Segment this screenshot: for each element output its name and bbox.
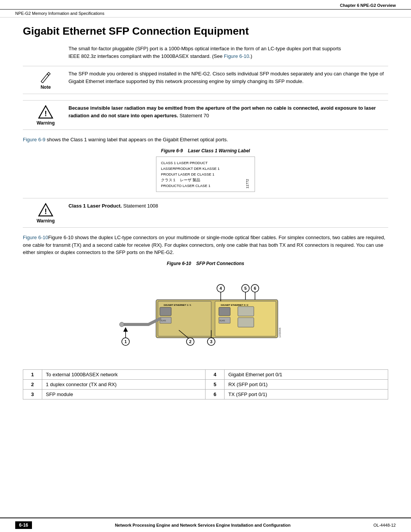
laser-label-figure: CLASS 1 LASER PRODUCT LASSERPRODUKT DER … (156, 157, 255, 192)
note-label: Note (41, 85, 51, 90)
table-cell-desc-3: SFP module (42, 389, 206, 399)
note-content: The SFP module you ordered is shipped in… (68, 70, 388, 85)
svg-text:1: 1 (124, 339, 127, 344)
figure-10-label: Figure 6-10 SFP Port Connections (23, 261, 388, 266)
svg-text:!: ! (45, 207, 47, 216)
page-header: Chapter 6 NPE-G2 Overview (0, 0, 411, 10)
svg-rect-8 (160, 307, 171, 316)
figure-6-10-link[interactable]: Figure 6-10 (224, 53, 249, 59)
sub-header: NPE-G2 Memory Information and Specificat… (0, 10, 411, 18)
warning-label-2: Warning (37, 218, 55, 224)
svg-text:RJ45: RJ45 (220, 320, 225, 322)
warning-triangle-icon-2: ! (38, 203, 53, 217)
svg-text:5: 5 (244, 286, 247, 291)
warning-triangle-icon-1: ! (38, 105, 53, 119)
table-cell-num-4: 4 (206, 369, 225, 379)
svg-text:6: 6 (254, 286, 256, 291)
svg-rect-17 (238, 318, 254, 327)
svg-rect-13 (219, 307, 230, 316)
table-cell-num-2: 2 (23, 379, 42, 389)
figure-6-9-link[interactable]: Figure 6-9 (23, 137, 45, 142)
svg-line-0 (41, 81, 43, 83)
table-cell-num-3: 3 (23, 389, 42, 399)
laser-figure-number: 11772 (245, 179, 250, 189)
footer-center-text: Network Processing Engine and Network Se… (115, 523, 290, 527)
page-title: Gigabit Ethernet SFP Connection Equipmen… (23, 25, 388, 37)
table-cell-desc-6: TX (SFP port 0/1) (225, 389, 388, 399)
warning-icon-area-1: ! Warning (23, 104, 68, 126)
table-cell-desc-1: To external 1000BASEX network (42, 369, 206, 379)
table-cell-num-5: 5 (206, 379, 225, 389)
svg-text:3: 3 (210, 339, 212, 344)
table-row: 3 SFP module 6 TX (SFP port 0/1) (23, 389, 388, 399)
note-icon-area: Note (23, 70, 68, 90)
svg-text:GIGABIT ETHERNET 0 / 2: GIGABIT ETHERNET 0 / 2 (221, 304, 249, 306)
table-row: 1 To external 1000BASEX network 4 Gigabi… (23, 369, 388, 379)
table-cell-desc-4: Gigabit Ethernet port 0/1 (225, 369, 388, 379)
warning-content-2: Class 1 Laser Product. Statement 1008 (68, 202, 388, 210)
note-block: Note The SFP module you ordered is shipp… (23, 66, 388, 94)
footer-page-number: 6-16 (15, 521, 32, 529)
connections-table: 1 To external 1000BASEX network 4 Gigabi… (23, 369, 388, 399)
table-cell-num-6: 6 (206, 389, 225, 399)
pencil-icon (40, 71, 52, 83)
table-row: 2 1 duplex connector (TX and RX) 5 RX (S… (23, 379, 388, 389)
figure-10-area: Figure 6-10 SFP Port Connections GIGABIT… (23, 261, 388, 362)
intro-text-1: The small for-factor pluggable (SFP) por… (68, 45, 388, 60)
svg-text:GIGABIT ETHERNET 1 / 1: GIGABIT ETHERNET 1 / 1 (164, 304, 191, 306)
svg-point-18 (119, 322, 124, 327)
svg-text:2: 2 (189, 339, 191, 344)
breadcrumb: NPE-G2 Memory Information and Specificat… (15, 11, 104, 16)
figure-9-label: Figure 6-9 Laser Class 1 Warning Label (23, 148, 388, 153)
svg-rect-16 (238, 307, 254, 316)
table-cell-desc-2: 1 duplex connector (TX and RX) (42, 379, 206, 389)
figure-9-area: Figure 6-9 Laser Class 1 Warning Label C… (23, 148, 388, 192)
page-footer: 6-16 Network Processing Engine and Netwo… (0, 518, 411, 532)
footer-right-text: OL-4448-12 (373, 523, 396, 527)
header-right: Chapter 6 NPE-G2 Overview (340, 3, 396, 8)
laser-label-lines: CLASS 1 LASER PRODUCT LASSERPRODUKT DER … (161, 160, 220, 189)
table-cell-desc-5: RX (SFP port 0/1) (225, 379, 388, 389)
figure10-desc: Figure 6-10Figure 6-10 shows the duplex … (23, 234, 388, 256)
warning-block-2: ! Warning Class 1 Laser Product. Stateme… (23, 198, 388, 228)
sfp-diagram: GIGABIT ETHERNET 1 / 1 RJ45 GIGABIT ETHE… (103, 269, 308, 362)
warning-content-1: Because invisible laser radiation may be… (68, 104, 388, 119)
main-content: Gigabit Ethernet SFP Connection Equipmen… (0, 18, 411, 518)
warning-label-1: Warning (37, 120, 55, 126)
svg-text:4: 4 (220, 286, 222, 291)
svg-text:149066: 149066 (278, 328, 282, 338)
sfp-diagram-svg: GIGABIT ETHERNET 1 / 1 RJ45 GIGABIT ETHE… (103, 269, 308, 361)
table-cell-num-1: 1 (23, 369, 42, 379)
svg-text:RJ45: RJ45 (161, 320, 166, 322)
figure-6-10-link-2[interactable]: Figure 6-10 (23, 235, 48, 240)
svg-text:!: ! (45, 109, 47, 118)
warning-icon-area-2: ! Warning (23, 202, 68, 224)
warning-block-1: ! Warning Because invisible laser radiat… (23, 100, 388, 130)
figure9-desc: Figure 6-9 shows the Class 1 warning lab… (23, 136, 388, 144)
